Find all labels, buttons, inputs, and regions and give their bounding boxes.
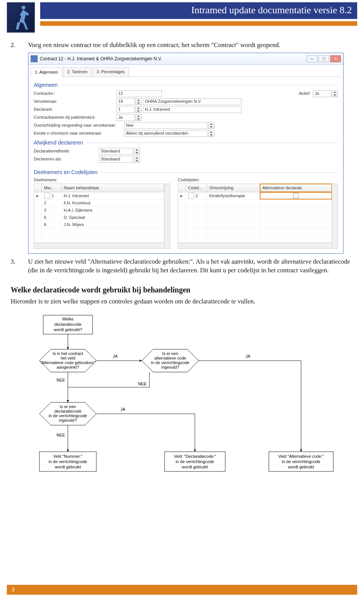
svg-text:in de verrichtingcode: in de verrichtingcode	[151, 360, 190, 365]
contracttarieven-select[interactable]: Ja	[116, 114, 135, 121]
col-mw: Mw...	[42, 184, 61, 192]
step-3-number: 3.	[11, 258, 28, 275]
legend-afwijkend: Afwijkend declareren	[34, 139, 83, 146]
alternatieve-checkbox[interactable]	[293, 193, 298, 198]
svg-text:"Alternatieve code gebruiken:": "Alternatieve code gebruiken:"	[40, 360, 96, 365]
svg-text:NEE: NEE	[56, 433, 65, 437]
svg-text:alternatieve code: alternatieve code	[154, 356, 186, 360]
col-alternatieve: Alternatieve declarati.	[260, 184, 332, 192]
tab-algemeen[interactable]: 1. Algemeen	[31, 68, 62, 77]
declarant-label: Declarant:	[34, 107, 116, 112]
svg-text:NEE: NEE	[138, 382, 147, 386]
declals-select[interactable]: Standaard	[99, 156, 133, 163]
svg-text:ingevuld?: ingevuld?	[161, 365, 179, 369]
page-number: 3	[11, 586, 15, 594]
step-2-number: 2.	[11, 41, 28, 50]
contracttarieven-label: Contracttarieven bij patiëntnota's:	[34, 115, 116, 120]
eerste-spinner[interactable]	[208, 130, 214, 137]
col-omschrijving: Omschrijving	[207, 184, 260, 192]
window-app-icon	[31, 55, 38, 62]
table-row: 8J.N. Wijers	[34, 221, 164, 228]
h-scrollbar[interactable]	[34, 243, 164, 248]
overschrijding-spinner[interactable]	[208, 122, 214, 129]
svg-text:wordt gebruikt: wordt gebruikt	[287, 465, 314, 469]
declmeth-label: Declaratiemethode:	[34, 148, 99, 154]
declals-label: Declareren als:	[34, 156, 99, 162]
svg-text:aangevinkt?: aangevinkt?	[56, 365, 79, 369]
actief-select[interactable]: Ja	[313, 90, 331, 97]
window-maximize-button[interactable]: ▢	[318, 55, 329, 62]
declals-spinner[interactable]	[134, 156, 140, 163]
svg-text:Veld "Alternatieve code:": Veld "Alternatieve code:"	[278, 454, 324, 459]
svg-text:in de verrichtingcode: in de verrichtingcode	[176, 459, 214, 464]
contractnr-input[interactable]: 12	[116, 90, 162, 97]
codelijsten-table[interactable]: Codel... Omschrijving Alternatieve decla…	[178, 184, 338, 249]
deelnemers-table[interactable]: Mw... Naam behandelaar ▸ 1 H.J. Intramed	[34, 184, 170, 249]
svg-text:ingevuld?: ingevuld?	[59, 418, 77, 423]
actief-spinner[interactable]	[332, 90, 338, 97]
step-2: 2. Voeg een nieuw contract toe of dubbel…	[11, 41, 353, 50]
section-intro: Hieronder is te zien welke stappen en co…	[11, 297, 353, 306]
contracttarieven-spinner[interactable]	[135, 114, 141, 121]
declarant-name: H.J. Intramed	[143, 106, 242, 113]
col-naam: Naam behandelaar	[61, 184, 164, 192]
window-title: Contract 12 - H.J. Intramed & OHRA Zorgv…	[40, 56, 307, 62]
legend-deelnemers: Deelnemers en Codelijsten	[34, 169, 97, 176]
row-spinner-icon[interactable]	[44, 193, 50, 199]
v-scrollbar[interactable]	[332, 184, 337, 248]
dialog-tabs: 1. Algemeen 2. Tarieven 3. Percentages	[31, 67, 341, 77]
svg-text:Welke: Welke	[62, 317, 74, 321]
svg-text:in de verrichtingcode: in de verrichtingcode	[282, 459, 320, 464]
svg-text:JA: JA	[246, 354, 251, 358]
svg-text:Veld: "Declaratiecode:": Veld: "Declaratiecode:"	[174, 454, 216, 459]
svg-text:in de verrichtingcode: in de verrichtingcode	[49, 459, 87, 464]
actief-label: Actief:	[299, 91, 311, 96]
row-spinner-icon[interactable]	[188, 193, 194, 199]
svg-text:Is er een: Is er een	[60, 404, 76, 409]
overschrijding-select[interactable]: Nee	[124, 122, 207, 129]
table-row: ▸ 1 H.J. Intramed	[34, 192, 164, 199]
legend-algemeen: Algemeen	[34, 82, 58, 89]
window-close-button[interactable]: ✕	[330, 55, 341, 62]
svg-text:in de verrichtingcode: in de verrichtingcode	[49, 413, 87, 418]
table-row: 2F.H. Kromhout	[34, 199, 164, 207]
contract-dialog: Contract 12 - H.J. Intramed & OHRA Zorgv…	[28, 53, 344, 254]
svg-text:Veld "Nummer:": Veld "Nummer:"	[53, 454, 83, 459]
header-title: Intramed update documentatie versie 8.2	[40, 2, 357, 19]
svg-text:JA: JA	[113, 354, 118, 358]
verzekeraar-input[interactable]: 19	[116, 98, 135, 105]
header-accent-bar	[40, 21, 357, 26]
svg-text:declaratiecode: declaratiecode	[54, 322, 82, 327]
codelijsten-label: Codelijsten:	[178, 177, 338, 183]
declmeth-select[interactable]: Standaard	[99, 148, 133, 155]
svg-text:declaratiecode: declaratiecode	[54, 409, 82, 413]
product-logo	[7, 2, 35, 33]
h-scrollbar[interactable]	[178, 243, 332, 248]
section-heading: Welke declaratiecode wordt gebruikt bij …	[11, 285, 353, 295]
svg-text:wordt gebruikt?: wordt gebruikt?	[53, 327, 82, 332]
declarant-spinner[interactable]	[135, 106, 141, 113]
col-codel: Codel...	[186, 184, 207, 192]
v-scrollbar[interactable]	[164, 184, 170, 248]
declmeth-spinner[interactable]	[134, 148, 140, 155]
table-row: 6D. Speciaal	[34, 214, 164, 221]
declarant-input[interactable]: 1	[116, 106, 135, 113]
svg-text:wordt gebruikt: wordt gebruikt	[54, 465, 81, 469]
tab-tarieven[interactable]: 2. Tarieven	[63, 67, 92, 77]
verzekeraar-name: OHRA Zorgverzekeringen N.V.	[143, 98, 242, 105]
svg-text:wordt gebruikt: wordt gebruikt	[181, 465, 208, 469]
step-3: 3. U ziet het nieuwe veld "Alternatieve …	[11, 258, 353, 275]
verzekeraar-spinner[interactable]	[135, 98, 141, 105]
eerste-label: Eerste n chronisch naar verzekeraar:	[34, 130, 124, 136]
page-footer: 3	[7, 585, 357, 595]
svg-text:JA: JA	[121, 407, 126, 412]
step-2-text: Voeg een nieuw contract toe of dubbelkli…	[28, 41, 353, 50]
eerste-select[interactable]: Alleen bij aanvullend verzekerden	[124, 130, 207, 137]
table-row: ▸ 2 Kinderfysiotherapie	[178, 192, 332, 199]
tab-percentages[interactable]: 3. Percentages	[93, 67, 129, 77]
window-minimize-button[interactable]: —	[307, 55, 317, 62]
svg-text:NEE: NEE	[56, 378, 65, 382]
verzekeraar-label: Verzekeraar:	[34, 99, 116, 104]
contractnr-label: Contractnr.:	[34, 91, 116, 96]
table-row: 3H.A.I. Dijkmans	[34, 207, 164, 214]
